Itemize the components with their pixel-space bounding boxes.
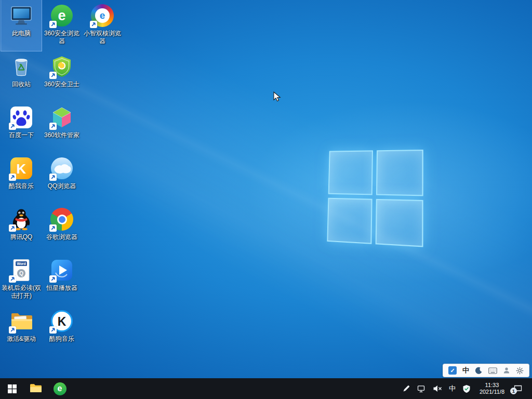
xiaozhi-browser-icon: e bbox=[90, 3, 115, 28]
desktop-icon-xiaozhi-browser[interactable]: e 小智双核浏览器 bbox=[82, 0, 123, 51]
kuwo-music-icon: K bbox=[9, 156, 34, 181]
360-browser-taskbar-button[interactable]: e bbox=[48, 378, 72, 399]
ime-toolbar: ✓ 中 bbox=[443, 364, 529, 377]
360-browser-icon: e bbox=[49, 3, 74, 28]
windows-logo-pane bbox=[327, 197, 372, 244]
security-shield-check-icon[interactable] bbox=[462, 384, 471, 393]
svg-text:K: K bbox=[17, 161, 26, 177]
windows-ink-pen-icon[interactable] bbox=[402, 384, 410, 393]
windows-logo-pane bbox=[376, 150, 423, 196]
windows-desktop: 此电脑 回收站 bbox=[0, 0, 532, 399]
desktop-icon-label: 腾讯QQ bbox=[10, 233, 33, 241]
clock-time: 11:33 bbox=[485, 382, 499, 389]
shortcut-arrow-overlay bbox=[49, 21, 57, 28]
desktop-icon-grid: 此电脑 回收站 bbox=[1, 0, 123, 356]
svg-text:Word: Word bbox=[17, 262, 25, 265]
shortcut-arrow-overlay bbox=[49, 224, 57, 232]
desktop-icon-chrome[interactable]: 谷歌浏览器 bbox=[42, 204, 82, 255]
tencent-qq-icon bbox=[9, 207, 34, 232]
shortcut-arrow-overlay bbox=[90, 21, 97, 28]
desktop-icon-kugou-music[interactable]: K 酷狗音乐 bbox=[42, 305, 82, 356]
desktop-icon-label: 恒星播放器 bbox=[46, 284, 77, 292]
clock-date: 2021/11/8 bbox=[480, 389, 504, 396]
desktop-icon-label: 装机后必读(双击打开) bbox=[2, 284, 41, 300]
360-safety-shield-icon bbox=[49, 54, 74, 79]
shortcut-arrow-overlay bbox=[49, 72, 57, 79]
desktop-icon-kuwo-music[interactable]: K 酷我音乐 bbox=[1, 153, 42, 204]
chrome-blue-core bbox=[59, 216, 65, 223]
ime-language-indicator[interactable]: 中 bbox=[462, 366, 469, 375]
desktop-icon-this-pc[interactable]: 此电脑 bbox=[1, 0, 42, 51]
taskbar: e 中 bbox=[0, 378, 532, 399]
this-pc-icon bbox=[9, 3, 34, 28]
360-browser-e-icon: e bbox=[54, 382, 66, 395]
network-ethernet-icon[interactable] bbox=[417, 385, 426, 393]
desktop-icon-label: 激活&驱动 bbox=[7, 335, 36, 343]
svg-text:Q: Q bbox=[19, 270, 23, 276]
shortcut-arrow-overlay bbox=[9, 123, 16, 130]
taskbar-clock[interactable]: 11:33 2021/11/8 bbox=[477, 382, 507, 396]
recycle-bin-icon bbox=[9, 54, 34, 79]
desktop-icon-label: 小智双核浏览器 bbox=[83, 30, 122, 45]
desktop-icon-label: 酷我音乐 bbox=[9, 182, 34, 190]
desktop-icon-label: QQ浏览器 bbox=[48, 182, 76, 190]
desktop-icon-star-player[interactable]: 恒星播放器 bbox=[42, 255, 82, 305]
ime-mode-indicator[interactable]: 中 bbox=[449, 384, 456, 393]
user-account-icon[interactable] bbox=[503, 367, 510, 374]
windows-logo-wallpaper bbox=[327, 150, 423, 247]
svg-text:e: e bbox=[58, 8, 65, 23]
desktop-icon-label: 百度一下 bbox=[9, 131, 34, 139]
ime-active-check-icon[interactable]: ✓ bbox=[448, 366, 457, 375]
action-center-button[interactable]: 1 bbox=[513, 384, 526, 393]
shortcut-arrow-overlay bbox=[9, 275, 16, 283]
windows-logo-pane bbox=[328, 150, 373, 195]
desktop-icon-tencent-qq[interactable]: 腾讯QQ bbox=[1, 204, 42, 255]
desktop-icon-recycle-bin[interactable]: 回收站 bbox=[1, 51, 42, 102]
file-explorer-button[interactable] bbox=[24, 378, 48, 399]
desktop-icon-qq-browser[interactable]: QQ浏览器 bbox=[42, 153, 82, 204]
night-mode-moon-icon[interactable] bbox=[475, 367, 483, 375]
desktop-icon-360-software-manager[interactable]: 360软件管家 bbox=[42, 102, 82, 153]
shortcut-arrow-overlay bbox=[9, 326, 16, 334]
qq-browser-icon bbox=[49, 156, 74, 181]
word-document-icon: Word Q bbox=[9, 258, 34, 283]
desktop-icon-label: 360软件管家 bbox=[44, 131, 79, 139]
desktop-icon-label: 此电脑 bbox=[12, 30, 31, 37]
soft-keyboard-icon[interactable] bbox=[488, 367, 497, 374]
desktop-icon-label: 回收站 bbox=[12, 81, 31, 88]
kugou-music-icon: K bbox=[49, 309, 74, 334]
software-box-icon bbox=[49, 105, 74, 130]
xiaozhi-e-core: e bbox=[95, 8, 110, 23]
system-tray: 中 11:33 2021/11/8 1 bbox=[402, 378, 532, 399]
desktop-icon-activation-drivers[interactable]: 激活&驱动 bbox=[1, 305, 42, 356]
desktop-icon-baidu[interactable]: 百度一下 bbox=[1, 102, 42, 153]
shortcut-arrow-overlay bbox=[49, 275, 57, 283]
folder-icon bbox=[9, 309, 34, 334]
volume-muted-icon[interactable] bbox=[433, 384, 442, 393]
desktop-icon-360-safety[interactable]: 360安全卫士 bbox=[42, 51, 82, 102]
shortcut-arrow-overlay bbox=[9, 224, 16, 232]
chrome-white-ring bbox=[57, 215, 67, 224]
windows-start-icon bbox=[8, 384, 17, 393]
desktop-icon-label: 谷歌浏览器 bbox=[46, 233, 77, 241]
media-player-icon bbox=[49, 258, 74, 283]
desktop-icon-label: 360安全卫士 bbox=[44, 81, 79, 88]
notification-count-badge: 1 bbox=[510, 388, 517, 394]
desktop-icon-label: 酷狗音乐 bbox=[49, 335, 74, 343]
svg-text:K: K bbox=[58, 315, 66, 328]
windows-logo-pane bbox=[375, 198, 423, 247]
ime-settings-gear-icon[interactable] bbox=[516, 367, 524, 375]
shortcut-arrow-overlay bbox=[9, 174, 16, 181]
shortcut-arrow-overlay bbox=[49, 174, 57, 181]
baidu-icon bbox=[9, 105, 34, 130]
folder-explorer-icon bbox=[30, 383, 42, 394]
chrome-icon bbox=[49, 207, 74, 232]
shortcut-arrow-overlay bbox=[49, 123, 57, 130]
desktop-icon-360-browser[interactable]: e 360安全浏览器 bbox=[42, 0, 82, 51]
desktop-icon-readme-doc[interactable]: Word Q 装机后必读(双击打开) bbox=[1, 255, 42, 305]
start-button[interactable] bbox=[0, 378, 24, 399]
desktop-icon-label: 360安全浏览器 bbox=[42, 30, 82, 45]
shortcut-arrow-overlay bbox=[49, 326, 57, 334]
